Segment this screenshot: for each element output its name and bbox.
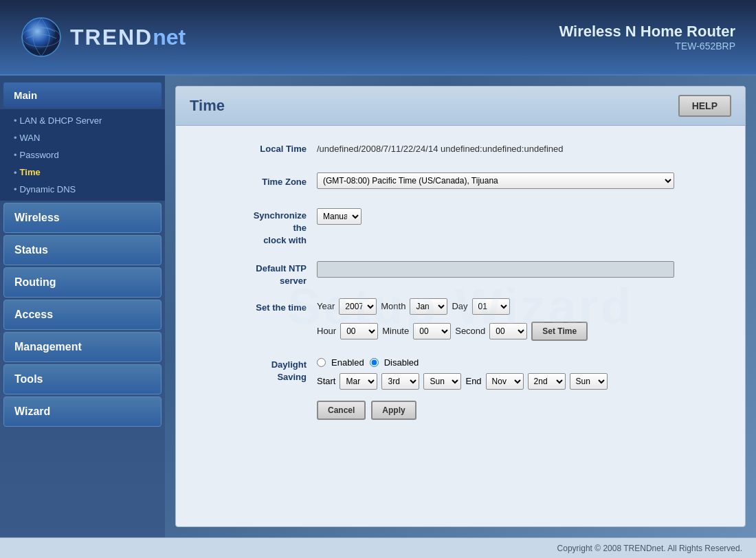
copyright-text: Copyright © 2008 TRENDnet. All Rights Re… [557,544,742,553]
time-zone-select[interactable]: (GMT-12:00) Eniwetok, Kwajalein (GMT-11:… [317,172,674,189]
time-line: Hour 00 01020304 05060708 09101112 Minut… [317,322,588,341]
sync-label: Synchronizetheclock with [193,205,317,247]
product-info: Wireless N Home Router TEW-652BRP [559,23,735,52]
end-month-select[interactable]: JanFebMar AprMayJun JulAugSep OctNovDec [486,373,524,390]
help-button[interactable]: HELP [678,95,731,117]
sidebar-item-access[interactable]: Access [3,300,162,330]
hour-select[interactable]: 00 01020304 05060708 09101112 [340,323,378,339]
sidebar-item-wizard[interactable]: Wizard [3,397,162,427]
sidebar-item-wireless[interactable]: Wireless [3,203,162,233]
ntp-control [317,258,728,278]
sidebar-item-wan[interactable]: WAN [0,129,165,146]
time-zone-row: Time Zone (GMT-12:00) Eniwetok, Kwajalei… [193,172,728,194]
cancel-button[interactable]: Cancel [317,401,366,420]
sidebar-item-lan-dhcp[interactable]: LAN & DHCP Server [0,112,165,129]
second-label: Second [455,326,485,336]
year-label: Year [317,301,335,311]
minute-select[interactable]: 00 01020304 05101530 4559 [413,323,451,339]
product-name: Wireless N Home Router [559,23,735,41]
header: TRENDnet Wireless N Home Router TEW-652B… [0,0,756,76]
logo-area: TRENDnet [21,16,186,58]
sidebar: Main LAN & DHCP Server WAN Password Time… [0,76,165,537]
time-zone-label: Time Zone [193,172,317,187]
logo-net: net [153,25,186,49]
content-area: Setup Wizard Time HELP Local Time /undef… [165,76,756,537]
form-area: Local Time /undefined/2008/7/11/22/24/14… [176,126,745,434]
sidebar-item-dynamic-dns[interactable]: Dynamic DNS [0,181,165,198]
local-time-value: /undefined/2008/7/11/22/24/14 undefined:… [317,140,564,154]
date-line: Year 2007 2008 2009 2010 Month Jan FebMa… [317,298,510,315]
ntp-row: Default NTPserver [193,258,728,287]
apply-button[interactable]: Apply [371,401,416,420]
daylight-enabled-label: Enabled [331,357,364,368]
main-layout: Main LAN & DHCP Server WAN Password Time… [0,76,756,537]
daylight-saving-control: Enabled Disabled Start JanFebMar AprMayJ… [317,355,728,390]
start-week-select[interactable]: 1st2nd3rd 4thLast [381,373,419,390]
daylight-radio-row: Enabled Disabled [317,357,419,368]
sidebar-item-status[interactable]: Status [3,235,162,265]
time-zone-control: (GMT-12:00) Eniwetok, Kwajalein (GMT-11:… [317,172,728,189]
sidebar-item-tools[interactable]: Tools [3,364,162,394]
minute-label: Minute [382,326,409,336]
day-label: Day [452,301,467,311]
end-label: End [465,376,481,386]
sidebar-item-routing[interactable]: Routing [3,267,162,298]
daylight-date-row: Start JanFebMar AprMayJun JulAugSep OctN… [317,373,608,390]
sync-select[interactable]: Manual Auto [317,208,362,225]
month-label: Month [381,301,405,311]
local-time-row: Local Time /undefined/2008/7/11/22/24/14… [193,140,728,161]
svg-point-0 [22,18,60,56]
set-time-row: Set the time Year 2007 2008 2009 2010 Mo… [193,298,728,344]
start-day-select[interactable]: SunMonTue WedThuFriSat [423,373,461,390]
local-time-control: /undefined/2008/7/11/22/24/14 undefined:… [317,140,728,154]
footer: Copyright © 2008 TRENDnet. All Rights Re… [0,537,756,558]
set-time-label: Set the time [193,298,317,313]
logo-text: TRENDnet [70,25,186,50]
daylight-saving-row: DaylightSaving Enabled Disabled Start Ja… [193,355,728,390]
product-model: TEW-652BRP [559,41,735,52]
daylight-disabled-radio[interactable] [370,358,379,367]
year-select[interactable]: 2007 2008 2009 2010 [339,298,377,315]
end-day-select[interactable]: SunMonTue WedThuFriSat [570,373,608,390]
sync-row: Synchronizetheclock with Manual Auto [193,205,728,247]
page-title: Time [190,97,225,115]
bottom-buttons: Cancel Apply [317,401,728,420]
month-select[interactable]: Jan FebMarAprMay JunJulAugSep OctNovDec [410,298,447,315]
day-select[interactable]: 01 02030405 06070809 10111213 14151617 1… [472,298,510,315]
hour-label: Hour [317,326,336,336]
start-label: Start [317,376,335,386]
trendnet-logo-icon [21,16,62,58]
sidebar-item-password[interactable]: Password [0,146,165,164]
daylight-disabled-label: Disabled [384,357,419,368]
local-time-label: Local Time [193,140,317,154]
sidebar-item-time[interactable]: Time [0,164,165,181]
ntp-input[interactable] [317,261,674,278]
logo-trend: TREND [70,25,153,49]
set-time-control: Year 2007 2008 2009 2010 Month Jan FebMa… [317,298,728,344]
sync-control: Manual Auto [317,205,728,225]
start-month-select[interactable]: JanFebMar AprMayJun JulAugSep OctNovDec [340,373,377,390]
content-panel: Setup Wizard Time HELP Local Time /undef… [175,86,746,527]
daylight-saving-label: DaylightSaving [193,355,317,383]
end-week-select[interactable]: 1st2nd3rd 4thLast [528,373,566,390]
sidebar-section-main[interactable]: Main [3,82,162,108]
ntp-label: Default NTPserver [193,258,317,287]
daylight-enabled-radio[interactable] [317,358,326,367]
sidebar-submenu-main: LAN & DHCP Server WAN Password Time Dyna… [0,109,165,201]
set-time-button[interactable]: Set Time [531,322,588,341]
second-select[interactable]: 00 01020304 05101530 4559 [489,323,527,339]
content-header: Time HELP [176,87,745,126]
sidebar-item-management[interactable]: Management [3,332,162,362]
